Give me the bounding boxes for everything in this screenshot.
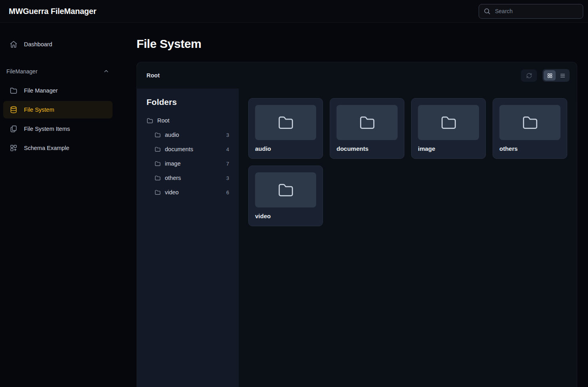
sidebar-item-label: File Manager <box>24 87 58 94</box>
folder-grid: audio documents <box>248 98 567 226</box>
tree-item-image[interactable]: image 7 <box>147 156 229 171</box>
sidebar-item-file-system[interactable]: File System <box>3 101 113 118</box>
home-icon <box>10 40 18 48</box>
folder-card-documents[interactable]: documents <box>330 98 404 159</box>
sidebar-group-label: FileManager <box>6 68 38 75</box>
grid-view-icon <box>547 73 553 79</box>
refresh-button[interactable] <box>521 69 537 82</box>
folder-name: image <box>418 145 479 152</box>
folder-icon <box>154 146 161 152</box>
tree-item-count: 3 <box>226 132 229 138</box>
tree-item-label: others <box>165 175 222 181</box>
folder-icon <box>154 160 161 167</box>
folder-icon <box>154 189 161 195</box>
folder-icon <box>277 181 295 199</box>
main-content: File System Root <box>124 23 588 387</box>
tree-item-label: video <box>165 189 222 195</box>
tree-item-audio[interactable]: audio 3 <box>147 128 229 142</box>
panel-body: Folders Root <box>137 89 577 387</box>
folder-tile <box>255 105 316 140</box>
view-mode-toggle <box>542 69 570 82</box>
folder-icon <box>10 87 18 95</box>
sidebar: Dashboard FileManager File Manager <box>0 23 124 387</box>
search <box>479 4 583 19</box>
sidebar-item-file-manager[interactable]: File Manager <box>3 82 113 99</box>
tree-item-label: Root <box>157 117 229 124</box>
search-icon <box>483 8 491 15</box>
folder-icon <box>154 132 161 138</box>
squares-icon <box>10 144 18 152</box>
folder-name: others <box>499 145 560 152</box>
folder-icon <box>154 175 161 181</box>
folder-tile <box>255 172 316 207</box>
tree-item-video[interactable]: video 6 <box>147 185 229 199</box>
chevron-up-icon <box>103 68 109 75</box>
folder-card-others[interactable]: others <box>493 98 567 159</box>
tree-item-label: image <box>165 160 222 167</box>
refresh-icon <box>526 72 533 79</box>
folder-name: video <box>255 213 316 219</box>
grid-view-button[interactable] <box>544 70 556 81</box>
sidebar-group-filemanager[interactable]: FileManager <box>6 63 109 79</box>
topbar: MWGuerra FileManager <box>0 0 588 23</box>
file-system-panel: Root <box>137 62 577 387</box>
tree-item-count: 7 <box>226 161 229 167</box>
layout: Dashboard FileManager File Manager <box>0 23 588 387</box>
tree-item-count: 4 <box>226 146 229 152</box>
sidebar-item-label: File System Items <box>24 126 70 132</box>
list-view-button[interactable] <box>556 70 568 81</box>
folder-name: audio <box>255 145 316 152</box>
sidebar-item-label: File System <box>24 107 54 113</box>
folder-tile <box>418 105 479 140</box>
folder-name: documents <box>337 145 398 152</box>
tree-item-documents[interactable]: documents 4 <box>147 142 229 156</box>
breadcrumb: Root <box>147 72 160 79</box>
folder-icon <box>440 114 457 131</box>
folder-card-image[interactable]: image <box>411 98 486 159</box>
folder-tile <box>337 105 398 140</box>
folder-tile <box>499 105 560 140</box>
folders-tree-pane: Folders Root <box>137 89 239 387</box>
toolbar-actions <box>521 69 570 82</box>
page-title: File System <box>137 37 577 51</box>
folder-icon <box>147 117 153 124</box>
tree-item-count: 3 <box>226 175 229 181</box>
sidebar-item-label: Dashboard <box>24 41 52 47</box>
folder-card-audio[interactable]: audio <box>248 98 323 159</box>
search-input[interactable] <box>479 4 583 19</box>
sidebar-item-dashboard[interactable]: Dashboard <box>3 36 113 53</box>
sidebar-item-schema-example[interactable]: Schema Example <box>3 139 113 157</box>
sidebar-item-file-system-items[interactable]: File System Items <box>3 120 113 138</box>
folder-icon <box>521 114 539 131</box>
folder-card-video[interactable]: video <box>248 166 323 226</box>
tree-item-count: 6 <box>226 190 229 195</box>
folders-heading: Folders <box>147 97 229 107</box>
tree-item-others[interactable]: others 3 <box>147 171 229 185</box>
panel-toolbar: Root <box>137 62 577 89</box>
list-view-icon <box>560 73 566 79</box>
document-duplicate-icon <box>10 125 18 133</box>
tree-item-root[interactable]: Root <box>147 113 229 128</box>
folder-grid-pane: audio documents <box>239 89 577 387</box>
app-title: MWGuerra FileManager <box>9 7 96 16</box>
tree-item-label: documents <box>165 146 222 152</box>
server-stack-icon <box>10 106 18 114</box>
folder-icon <box>358 114 376 131</box>
folder-icon <box>277 114 295 131</box>
sidebar-item-label: Schema Example <box>24 145 69 151</box>
tree-item-label: audio <box>165 132 222 138</box>
